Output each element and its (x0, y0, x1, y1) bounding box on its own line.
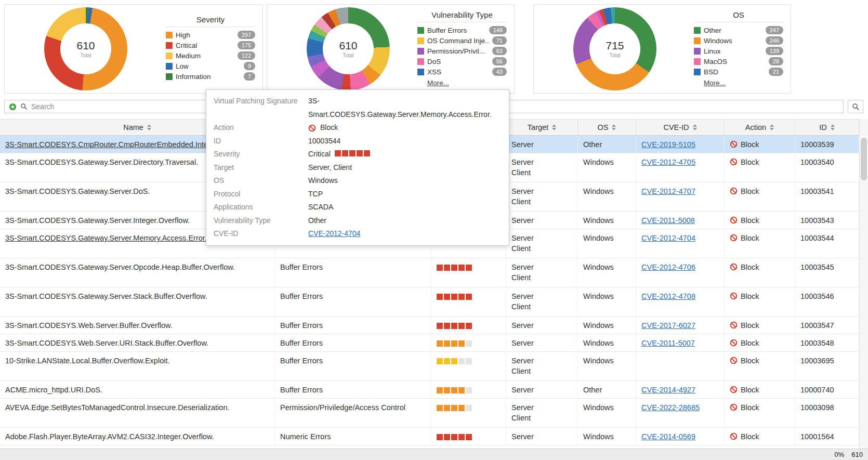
cve-link[interactable]: CVE-2012-4704 (641, 234, 695, 242)
legend-item[interactable]: Information7 (166, 72, 255, 81)
tooltip-label: Protocol (214, 188, 308, 201)
legend-item[interactable]: Windows246 (694, 36, 783, 45)
block-icon (730, 386, 738, 393)
chart-legend-vulnerability-type: Vulnerability TypeBuffer Errors148OS Com… (417, 10, 507, 87)
cve-link[interactable]: CVE-2014-0569 (641, 432, 695, 441)
cve-link[interactable]: CVE-2017-6027 (641, 321, 695, 330)
legend-label: Low (176, 62, 241, 70)
cve-link[interactable]: CVE-2012-4706 (641, 263, 695, 271)
severity-cell (431, 258, 506, 287)
name-cell[interactable]: 10-Strike.LANState.Local.Buffer.Overflow… (0, 352, 275, 380)
tooltip-field: SeverityCritical (214, 148, 502, 161)
legend-item[interactable]: Medium122 (166, 51, 255, 60)
severity-square (437, 387, 443, 393)
table-row[interactable]: AVEVA.Edge.SetBytesToManagedControl.Inse… (0, 399, 859, 428)
column-label: Target (528, 123, 548, 132)
legend-item[interactable]: Critical175 (166, 41, 255, 49)
action-label: Block (741, 291, 759, 301)
table-row[interactable]: 3S-Smart.CODESYS.Gateway.Server.Opcode.H… (0, 258, 859, 287)
cve-link[interactable]: CVE-2012-4708 (641, 292, 695, 300)
target-line: Server (511, 262, 572, 272)
severity-bars (437, 358, 473, 366)
legend-swatch (694, 37, 701, 44)
id-cell: 10003545 (795, 258, 859, 287)
action-cell: Block (725, 229, 795, 258)
tooltip-cve-link[interactable]: CVE-2012-4704 (308, 227, 360, 241)
status-bar: 0% 610 (0, 449, 868, 460)
id-cell: 10003540 (795, 153, 859, 182)
name-cell[interactable]: Adobe.Flash.Player.ByteArray.AVM2.CASI32… (0, 428, 275, 445)
legend-item[interactable]: BSD21 (694, 68, 783, 76)
sort-icon (693, 124, 697, 130)
cve-link[interactable]: CVE-2011-5007 (641, 339, 695, 347)
table-row[interactable]: 3S-Smart.CODESYS.Web.Server.Buffer.Overf… (0, 317, 859, 334)
legend-item[interactable]: Low9 (166, 62, 255, 70)
chart-total: 715 (606, 40, 624, 52)
cve-link[interactable]: CVE-2019-5105 (641, 140, 695, 149)
severity-square (349, 150, 356, 156)
id-cell: 10003547 (795, 317, 859, 334)
table-row[interactable]: Adobe.Flash.Player.ByteArray.AVM2.CASI32… (0, 428, 859, 445)
chart-total: 610 (76, 40, 95, 52)
severity-square (458, 265, 465, 271)
severity-bars (437, 322, 473, 331)
legend-item[interactable]: OS Command Inje...71 (417, 36, 507, 45)
donut-chart-vulnerability-type[interactable]: 610Total (307, 7, 390, 90)
vertical-scrollbar[interactable] (859, 119, 868, 449)
search-button[interactable] (848, 100, 863, 113)
legend-item[interactable]: Linux139 (694, 47, 783, 55)
legend-item[interactable]: DoS56 (417, 57, 507, 65)
name-cell[interactable]: 3S-Smart.CODESYS.Gateway.Server.Stack.Bu… (0, 287, 275, 316)
legend-count-badge: 297 (238, 31, 255, 39)
name-cell[interactable]: 3S-Smart.CODESYS.Web.Server.Buffer.Overf… (0, 317, 275, 334)
id-cell: 10003695 (795, 352, 859, 380)
action-label: Block (741, 356, 759, 366)
severity-square (458, 323, 465, 329)
legend-count-badge: 139 (766, 47, 783, 55)
add-filter-icon[interactable] (9, 103, 17, 111)
name-cell[interactable]: 3S-Smart.CODESYS.Web.Server.URI.Stack.Bu… (0, 334, 275, 351)
chart-panel-severity: 610TotalSeverityHigh297Critical175Medium… (4, 4, 263, 94)
column-header-cve-id[interactable]: CVE-ID (636, 120, 725, 135)
column-label: ID (819, 123, 827, 132)
legend-item[interactable]: Buffer Errors148 (417, 26, 507, 34)
table-row[interactable]: 3S-Smart.CODESYS.Gateway.Server.Stack.Bu… (0, 287, 859, 317)
tooltip-value: Server, Client (308, 161, 352, 175)
name-cell[interactable]: AVEVA.Edge.SetBytesToManagedControl.Inse… (0, 399, 275, 427)
severity-square (451, 387, 457, 393)
column-header-id[interactable]: ID (795, 120, 859, 135)
tooltip-label: Target (214, 161, 308, 175)
table-row[interactable]: ACME.micro_httpd.URI.DoS.Buffer ErrorsSe… (0, 381, 859, 399)
legend-more-link[interactable]: More... (704, 79, 726, 87)
sort-icon (147, 124, 151, 130)
severity-square (458, 340, 465, 347)
legend-more-link[interactable]: More... (427, 79, 449, 87)
name-cell[interactable]: 3S-Smart.CODESYS.Gateway.Server.Opcode.H… (0, 258, 275, 287)
severity-square (458, 434, 465, 440)
scrollbar-thumb[interactable] (861, 138, 867, 180)
cve-link[interactable]: CVE-2012-4707 (641, 187, 695, 195)
cve-link[interactable]: CVE-2022-28685 (641, 403, 700, 412)
legend-label: OS Command Inje... (427, 37, 489, 45)
column-header-action[interactable]: Action (725, 120, 795, 135)
column-header-os[interactable]: OS (578, 120, 636, 135)
cve-link[interactable]: CVE-2012-4705 (641, 158, 695, 166)
tooltip-label: CVE-ID (214, 227, 308, 241)
legend-item[interactable]: Permission/Privil...63 (417, 47, 507, 55)
legend-item[interactable]: XSS43 (417, 68, 507, 76)
legend-label: Critical (176, 42, 234, 49)
donut-chart-severity[interactable]: 610Total (44, 7, 127, 90)
severity-square (357, 150, 363, 156)
cve-link[interactable]: CVE-2011-5008 (641, 216, 695, 225)
column-header-target[interactable]: Target (506, 120, 578, 135)
cve-link[interactable]: CVE-2014-4927 (641, 386, 695, 394)
tooltip-label: Applications (214, 201, 308, 214)
name-cell[interactable]: ACME.micro_httpd.URI.DoS. (0, 381, 275, 398)
legend-item[interactable]: High297 (166, 31, 255, 39)
table-row[interactable]: 10-Strike.LANState.Local.Buffer.Overflow… (0, 352, 859, 381)
legend-item[interactable]: MacOS28 (694, 57, 783, 65)
vuln-type-cell: Permission/Priviledge/Access Control (275, 399, 431, 427)
legend-item[interactable]: Other247 (694, 26, 783, 34)
table-row[interactable]: 3S-Smart.CODESYS.Web.Server.URI.Stack.Bu… (0, 334, 859, 352)
donut-chart-os[interactable]: 715Total (573, 7, 656, 90)
